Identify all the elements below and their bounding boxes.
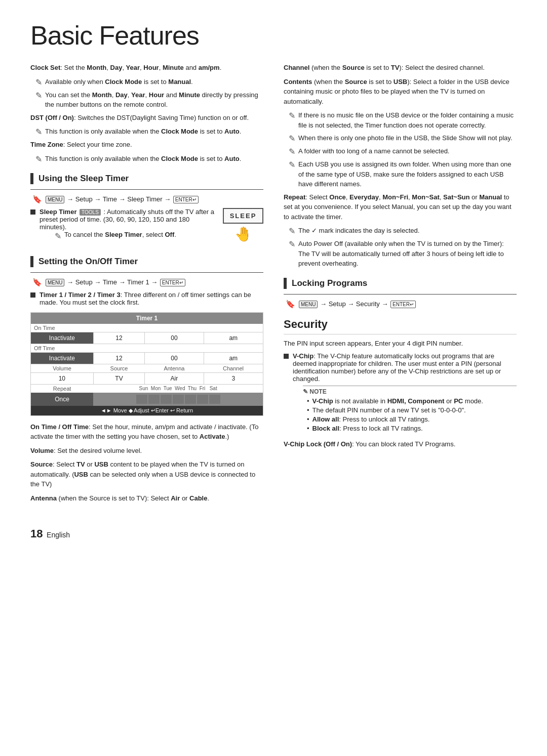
volume-desc: Volume: Set the desired volume level. xyxy=(30,446,263,456)
nav-text: ◄► Move ◆ Adjust ↵Enter ↩ Return xyxy=(31,406,263,416)
note-label: ✎ NOTE xyxy=(303,388,517,395)
sleep-timer-title: Using the Sleep Timer xyxy=(38,174,129,184)
day-sun xyxy=(136,395,147,404)
checkmark-note: ✎ The ✓ mark indicates the day is select… xyxy=(284,226,517,236)
sleep-box-wrapper: Sleep Timer TOOLS : Automatically shuts … xyxy=(30,208,263,247)
contents-note3: ✎ A folder with too long of a name canno… xyxy=(284,146,517,156)
locking-menu-path: 🔖 MENU → Setup → Security → ENTER↵ xyxy=(284,300,517,309)
sleep-timer-bullet: Sleep Timer TOOLS : Automatically shuts … xyxy=(30,208,215,243)
sleep-cancel-note: ✎ To cancel the Sleep Timer, select Off. xyxy=(50,231,215,241)
contents-note4: ✎ Each USB you use is assigned its own f… xyxy=(284,159,517,189)
timer123-bullet: Timer 1 / Timer 2 / Timer 3: Three diffe… xyxy=(30,291,263,306)
nav-row: ◄► Move ◆ Adjust ↵Enter ↩ Return xyxy=(31,406,263,416)
note-icon-7: ✎ xyxy=(289,134,295,143)
on-time-label-row: On Time xyxy=(31,324,263,332)
timer-title-row: Timer 1 xyxy=(31,312,263,324)
note-bullet-1: V-Chip is not available in HDMI, Compone… xyxy=(303,397,517,405)
sleep-timer-header: Using the Sleep Timer xyxy=(30,173,263,184)
section-divider-1 xyxy=(30,189,263,190)
menu-icon-3: 🔖 xyxy=(286,300,295,309)
off-time-data-row: Inactivate 12 00 am xyxy=(31,352,263,364)
off-time-label-row: Off Time xyxy=(31,344,263,352)
bullet-square-3 xyxy=(284,354,289,359)
channel-val: 3 xyxy=(204,372,263,384)
source-header: Source xyxy=(93,364,145,372)
day-fri xyxy=(197,395,208,404)
page-number-label: English xyxy=(47,531,70,539)
off-hour: 12 xyxy=(93,352,145,364)
note-icon-2: ✎ xyxy=(35,91,42,100)
on-hour: 12 xyxy=(93,332,145,344)
off-ampm: am xyxy=(204,352,263,364)
antenna-header: Antenna xyxy=(145,364,204,372)
section-bar xyxy=(30,173,33,184)
off-time-label: Off Time xyxy=(31,344,263,352)
locking-section: Locking Programs 🔖 MENU → Setup → Securi… xyxy=(284,278,517,309)
dst-text: DST (Off / On): Switches the DST(Dayligh… xyxy=(30,113,263,123)
day-sat xyxy=(209,395,220,404)
locking-header: Locking Programs xyxy=(284,278,517,289)
clock-note2: ✎ You can set the Month, Day, Year, Hour… xyxy=(30,90,263,110)
onoff-timer-menu-path: 🔖 MENU → Setup → Time → Timer 1 → ENTER↵ xyxy=(30,278,263,287)
onoff-timer-section: Setting the On/Off Timer 🔖 MENU → Setup … xyxy=(30,256,263,503)
days-header: Sun Mon Tue Wed Thu Fri Sat xyxy=(93,384,263,393)
day-wed xyxy=(173,395,184,404)
day-thu xyxy=(185,395,196,404)
antenna-val: Air xyxy=(145,372,204,384)
right-column: Channel (when the Source is set to TV): … xyxy=(284,63,517,507)
note-icon-5: ✎ xyxy=(55,231,61,241)
section-divider-2 xyxy=(30,272,263,273)
on-min: 00 xyxy=(145,332,204,344)
sleep-timer-section: Using the Sleep Timer 🔖 MENU → Setup → T… xyxy=(30,173,263,247)
on-time-label: On Time xyxy=(31,324,263,332)
channel-desc: Channel (when the Source is set to TV): … xyxy=(284,63,517,73)
enter-badge-1: ENTER↵ xyxy=(173,196,199,203)
repeat-header: Repeat xyxy=(31,384,94,393)
vchip-lock-desc: V-Chip Lock (Off / On): You can block ra… xyxy=(284,439,517,449)
sleep-content: Sleep Timer TOOLS : Automatically shuts … xyxy=(30,208,215,247)
bullet-square-1 xyxy=(30,209,35,215)
days-cells xyxy=(93,393,263,406)
on-time-data-row: Inactivate 12 00 am xyxy=(31,332,263,344)
note-box: ✎ NOTE V-Chip is not available in HDMI, … xyxy=(303,386,517,432)
day-mon xyxy=(148,395,160,404)
menu-badge-2: MENU xyxy=(46,279,64,286)
menu-icon-1: 🔖 xyxy=(32,195,42,204)
sleep-image: SLEEP 🤚 xyxy=(223,208,263,242)
once-val: Once xyxy=(31,393,94,406)
contents-note1: ✎ If there is no music file on the USB d… xyxy=(284,110,517,130)
left-column: Clock Set: Set the Month, Day, Year, Hou… xyxy=(30,63,263,507)
time-zone-note: ✎ This function is only available when t… xyxy=(30,154,263,164)
menu-badge-3: MENU xyxy=(299,301,318,308)
vchip-bullet: V-Chip: The V-Chip feature automatically… xyxy=(284,352,517,435)
bullet-square-2 xyxy=(30,292,35,298)
auto-power-note: ✎ Auto Power Off (available only when th… xyxy=(284,239,517,269)
onoff-timer-title: Setting the On/Off Timer xyxy=(38,257,138,267)
antenna-desc: Antenna (when the Source is set to TV): … xyxy=(30,493,263,503)
contents-note2: ✎ When there is only one photo file in t… xyxy=(284,133,517,143)
enter-badge-2: ENTER↵ xyxy=(160,279,185,286)
menu-badge-1: MENU xyxy=(46,196,64,203)
off-min: 00 xyxy=(145,352,204,364)
sleep-graphic: SLEEP xyxy=(223,208,263,224)
note-icon-11: ✎ xyxy=(289,239,295,249)
note-bullet-4: Block all: Press to lock all TV ratings. xyxy=(303,425,517,432)
once-row: Once xyxy=(31,393,263,406)
section-bar-2 xyxy=(30,256,33,267)
enter-badge-3: ENTER↵ xyxy=(390,301,416,308)
vol-src-header-row: Volume Source Antenna Channel xyxy=(31,364,263,372)
section-divider-3 xyxy=(284,294,517,295)
note-icon-8: ✎ xyxy=(289,147,295,156)
timer-table: Timer 1 On Time Inactivate 12 00 am Off … xyxy=(30,312,263,416)
section-bar-3 xyxy=(284,278,287,289)
note-icon-10: ✎ xyxy=(289,226,295,236)
source-desc: Source: Select TV or USB content to be p… xyxy=(30,459,263,489)
security-title: Security xyxy=(284,318,517,334)
repeat-days xyxy=(95,395,261,404)
note-icon-1: ✎ xyxy=(35,77,42,87)
repeat-desc: Repeat: Select Once, Everyday, Mon~Fri, … xyxy=(284,192,517,222)
time-zone-text: Time Zone: Select your time zone. xyxy=(30,140,263,150)
note-icon-3: ✎ xyxy=(35,127,42,137)
clock-set-intro: Clock Set: Set the Month, Day, Year, Hou… xyxy=(30,63,263,73)
source-val: TV xyxy=(93,372,145,384)
